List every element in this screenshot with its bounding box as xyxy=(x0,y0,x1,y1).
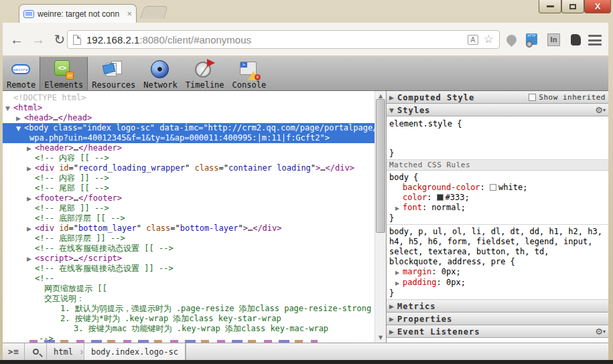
status-bar: >≡ html › body.index.logo-sc xyxy=(3,343,608,360)
evernote-extension-icon[interactable] xyxy=(569,33,582,47)
minimize-button[interactable] xyxy=(539,0,561,13)
inspect-element-button[interactable] xyxy=(25,343,46,360)
dom-tree-line[interactable]: <!DOCTYPE html> xyxy=(3,93,374,103)
new-tab-button[interactable] xyxy=(140,6,168,19)
css-property[interactable]: ▶margin: 0px; xyxy=(389,267,606,278)
dom-tree-line[interactable]: 网页缩放提示 [[ xyxy=(3,284,374,294)
timeline-icon xyxy=(194,59,216,80)
bookmark-star-icon[interactable]: ☆ xyxy=(484,34,494,45)
toolbar-elements-button[interactable]: <><> Elements xyxy=(40,57,88,90)
dom-tree-line[interactable]: <!-- 尾部 ]] --> xyxy=(3,203,374,213)
console-icon: >x xyxy=(238,59,261,80)
css-property[interactable]: ▶padding: 0px; xyxy=(389,278,606,288)
expand-icon[interactable]: ▶ xyxy=(16,114,24,124)
http-switcher-extension-icon[interactable]: HTTP xyxy=(526,33,539,47)
toolbar-network-button[interactable]: Network xyxy=(139,57,182,90)
css-selector[interactable]: body, p, ul, ol, li, dl, dt, dd, h1, h2,… xyxy=(389,227,606,267)
dom-tree-line[interactable]: 3. 按键为mac 功能键时为 .key-wrap 添加class key-ma… xyxy=(3,324,374,334)
scrollbar-thumb[interactable] xyxy=(376,99,385,233)
toolbar-timeline-button[interactable]: Timeline xyxy=(182,57,228,90)
css-rules: body {background-color: white;color: #33… xyxy=(387,171,608,300)
computed-style-section-header[interactable]: ▶ Computed Style Show inherited xyxy=(387,91,608,104)
dom-tree-line[interactable]: ▶<head>…</head> xyxy=(3,113,374,123)
browser-window: X weinre: target not conn × ← → ↻ 192.16… xyxy=(0,0,613,364)
styles-section-header[interactable]: ▼ Styles ⚙▾ xyxy=(387,104,608,116)
close-window-button[interactable]: X xyxy=(584,0,611,13)
translate-icon[interactable]: A xyxy=(468,35,478,45)
back-button[interactable]: ← xyxy=(7,29,27,50)
toolbar-resources-button[interactable]: Resources xyxy=(88,57,139,90)
weinre-favicon-icon xyxy=(23,10,34,18)
tab-title: weinre: target not conn xyxy=(38,9,124,19)
expand-icon: ▶ xyxy=(389,94,397,101)
dom-tree-line[interactable]: wpa.php?uin=40012345&f=1&ty=1&ap=000011:… xyxy=(3,133,374,143)
expand-icon[interactable]: ▶ xyxy=(27,224,35,234)
expand-icon[interactable]: ▶ xyxy=(395,203,403,213)
gear-icon[interactable]: ⚙▾ xyxy=(595,105,606,115)
dom-tree-line[interactable]: ▶<div id="record_loading_wrapper" class=… xyxy=(3,163,374,173)
dom-tree-line[interactable]: ▼<body class="index logo-sc" data-imc="h… xyxy=(3,123,374,133)
expand-icon[interactable]: ▶ xyxy=(27,254,35,264)
show-inherited-toggle[interactable]: Show inherited xyxy=(529,93,606,102)
matched-css-rules-label: Matched CSS Rules xyxy=(387,160,608,171)
dom-tree-line[interactable]: <!-- 尾部 [[ --> xyxy=(3,183,374,193)
breadcrumb-html[interactable]: html xyxy=(47,343,80,360)
url-text[interactable]: 192.168.2.1:8080/client/#anonymous xyxy=(86,34,462,46)
elements-icon: <><> xyxy=(52,59,75,80)
maximize-button[interactable] xyxy=(561,0,584,13)
dom-tree-line[interactable]: <!-- xyxy=(3,274,374,284)
sidebar-section-metrics[interactable]: ▶Metrics xyxy=(387,300,608,312)
css-selector[interactable]: body { xyxy=(389,173,606,183)
dom-tree-line[interactable]: ▶<script>…</script> xyxy=(3,254,374,264)
expand-icon[interactable]: ▶ xyxy=(27,144,35,154)
dom-tree-line[interactable]: 交互说明： xyxy=(3,294,374,304)
dom-tree-line[interactable]: <!-- 底部浮层 [[ --> xyxy=(3,213,374,223)
dom-scrollbar[interactable]: ▲ ▼ xyxy=(374,91,386,343)
expand-icon[interactable]: ▶ xyxy=(27,164,35,174)
collapse-icon[interactable]: ▼ xyxy=(5,104,13,114)
toolbar-remote-button[interactable]: weinre Remote xyxy=(3,57,40,90)
css-selector[interactable]: element.style xyxy=(389,119,452,128)
dom-tree-line[interactable]: <!-- 底部浮层 ]] --> xyxy=(3,234,374,244)
color-swatch[interactable] xyxy=(437,194,444,201)
dom-tree-line[interactable]: <!-- 在线客服链接动态设置 [[ --> xyxy=(3,244,374,254)
color-swatch[interactable] xyxy=(490,184,496,191)
show-inherited-checkbox[interactable] xyxy=(529,94,536,101)
dom-tree-line[interactable]: <!-- 内容 [[ --> xyxy=(3,153,374,163)
address-bar[interactable]: 192.168.2.1:8080/client/#anonymous A ☆ xyxy=(67,30,500,49)
element-style-rule[interactable]: element.style { } xyxy=(387,116,608,160)
dom-tree-line[interactable]: ▶<div id="bottom_layer" class="bottom-la… xyxy=(3,223,374,234)
breadcrumb-body[interactable]: body.index.logo-sc xyxy=(84,343,186,360)
dom-tree-line[interactable]: ▶<footer>…</footer> xyxy=(3,193,374,203)
collapse-icon[interactable]: ▼ xyxy=(16,124,24,134)
network-icon xyxy=(149,59,172,80)
expand-icon[interactable]: ▶ xyxy=(27,194,35,204)
css-rule: body {background-color: white;color: #33… xyxy=(387,171,608,225)
expand-icon: ▶ xyxy=(389,316,397,323)
page-icon[interactable] xyxy=(73,35,81,45)
scroll-down-icon[interactable]: ▼ xyxy=(375,333,386,343)
toolbar-console-button[interactable]: >x Console xyxy=(228,57,271,90)
expand-icon[interactable]: ▶ xyxy=(395,268,403,278)
minimize-icon xyxy=(547,5,554,7)
dom-tree-line[interactable]: ▼<html> xyxy=(3,103,374,113)
dom-tree-line[interactable]: ▶<header>…</header> xyxy=(3,143,374,153)
dom-tree-line[interactable]: 1. 默认为弱提示，强提示时为 .page-resize 添加class pag… xyxy=(3,304,374,314)
sidebar-section-properties[interactable]: ▶Properties xyxy=(387,312,608,325)
css-property[interactable]: background-color: white; xyxy=(389,183,606,193)
tab-close-icon[interactable]: × xyxy=(127,9,132,19)
dom-tree-line[interactable]: <!-- 在线客服链接动态设置 ]] --> xyxy=(3,264,374,274)
css-property[interactable]: ▶font: normal; xyxy=(389,203,606,213)
css-property[interactable]: color: #333; xyxy=(389,193,606,203)
sidebar-section-event-listeners[interactable]: ▶Event Listeners⚙▾ xyxy=(387,325,608,338)
console-toggle-button[interactable]: >≡ xyxy=(3,343,24,360)
gear-icon[interactable]: ⚙▾ xyxy=(595,327,606,337)
forward-button[interactable]: → xyxy=(28,29,48,50)
chrome-menu-icon[interactable] xyxy=(588,35,602,46)
browser-tab[interactable]: weinre: target not conn × xyxy=(19,4,137,23)
linkedin-extension-icon[interactable]: In xyxy=(547,33,560,46)
dom-tree-line[interactable]: <!-- 内容 ]] --> xyxy=(3,173,374,183)
dom-tree-line[interactable]: 2. 按键为*时为 .key-wrap 添加class key-star-wra… xyxy=(3,314,374,324)
extension-icon[interactable] xyxy=(504,33,518,47)
expand-icon[interactable]: ▶ xyxy=(395,278,403,288)
